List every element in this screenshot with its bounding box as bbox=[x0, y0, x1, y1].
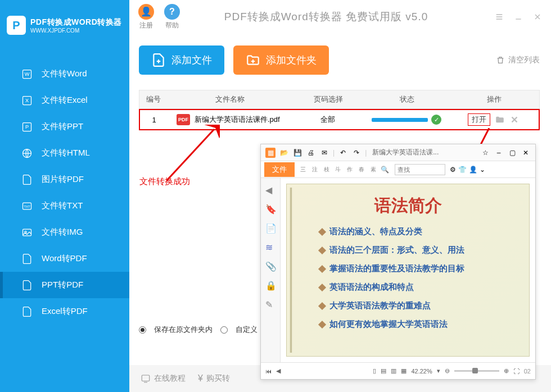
pv-nav-first-icon[interactable]: ⏮ bbox=[265, 368, 272, 375]
nav-item-excel2pdf[interactable]: Excel转PDF bbox=[0, 298, 129, 325]
buy-link[interactable]: ¥购买转 bbox=[198, 373, 230, 384]
add-folder-button[interactable]: 添加文件夹 bbox=[233, 45, 329, 75]
register-button[interactable]: 👤注册 bbox=[138, 4, 154, 30]
pv-file-tab[interactable]: 文件 bbox=[264, 162, 295, 177]
pv-skin-icon[interactable]: 👕 bbox=[458, 166, 467, 174]
pv-sidebar: ◀ 🔖 📄 ≋ 📎 🔒 ✎ bbox=[261, 178, 281, 362]
word-icon: W bbox=[21, 69, 33, 80]
nav: W文件转Word X文件转Excel P文件转PPT 文件转HTML 图片转PD… bbox=[0, 61, 129, 325]
row-pages[interactable]: 全部 bbox=[291, 115, 364, 125]
toolbar: 添加文件 添加文件夹 清空列表 bbox=[139, 45, 540, 75]
sidebar: P PDF转换成WORD转换器 WWW.XJPDF.COM W文件转Word X… bbox=[0, 0, 129, 392]
bullet-icon bbox=[318, 283, 326, 291]
pv-search-input[interactable] bbox=[395, 164, 445, 175]
pv-max-icon[interactable]: ▢ bbox=[507, 148, 517, 158]
folder-icon[interactable] bbox=[495, 115, 505, 125]
pv-mail-icon[interactable]: ✉ bbox=[319, 148, 329, 158]
pv-nav-prev-icon[interactable]: ◀ bbox=[276, 367, 281, 375]
nav-label: 文件转Word bbox=[42, 69, 87, 79]
nav-item-ppt2pdf[interactable]: PPT转PDF bbox=[0, 272, 129, 298]
col-num: 编号 bbox=[139, 94, 168, 104]
pv-page-num: 02 bbox=[524, 368, 531, 375]
pv-save-icon[interactable]: 💾 bbox=[292, 148, 302, 158]
annotation-text: 文件转换成功 bbox=[139, 176, 190, 187]
save-options: 保存在原文件夹内 自定义 bbox=[139, 325, 258, 335]
col-name: 文件名称 bbox=[168, 94, 292, 104]
radio-original-folder[interactable] bbox=[139, 326, 146, 334]
pv-attach-icon[interactable]: 📎 bbox=[265, 261, 276, 271]
pv-line: 语法的涵义、特点及分类 bbox=[329, 226, 422, 237]
pdf-icon bbox=[21, 280, 33, 291]
pv-close-icon[interactable]: ✕ bbox=[521, 148, 531, 158]
pv-zoom-in[interactable]: ⊕ bbox=[504, 367, 509, 375]
nav-item-excel[interactable]: X文件转Excel bbox=[0, 87, 129, 113]
settings-button[interactable] bbox=[495, 12, 504, 21]
progress-bar bbox=[372, 118, 428, 122]
nav-item-img[interactable]: 文件转IMG bbox=[0, 219, 129, 245]
pv-heading: 语法简介 bbox=[304, 194, 512, 217]
pv-line: 英语语法的构成和特点 bbox=[329, 282, 414, 293]
pv-expand-icon[interactable]: ⛶ bbox=[513, 368, 520, 375]
pv-view4-icon[interactable]: ▦ bbox=[401, 367, 407, 375]
preview-ribbon: 文件 三 注 枝 斗 作 春 素 🔍 ⚙ 👕 👤 ⌄ bbox=[261, 161, 535, 178]
col-pages: 页码选择 bbox=[292, 94, 365, 104]
minimize-button[interactable] bbox=[514, 12, 523, 21]
pv-undo-icon[interactable]: ↶ bbox=[338, 148, 348, 158]
opt1-label: 保存在原文件夹内 bbox=[154, 325, 213, 335]
pv-gear-icon[interactable]: ⚙ bbox=[450, 166, 456, 174]
pv-ribbon-text: 三 注 枝 斗 作 春 素 bbox=[300, 166, 378, 174]
pv-print-icon[interactable]: 🖨 bbox=[306, 148, 316, 158]
pv-layers-icon[interactable]: ≋ bbox=[265, 242, 276, 252]
nav-label: 文件转IMG bbox=[42, 227, 83, 238]
pdf-icon bbox=[21, 174, 33, 185]
ppt-icon: P bbox=[21, 121, 33, 133]
add-file-button[interactable]: 添加文件 bbox=[139, 45, 224, 75]
pv-zoom-dropdown[interactable]: ▾ bbox=[437, 367, 440, 375]
svg-text:TXT: TXT bbox=[24, 204, 30, 208]
pv-caret-left-icon[interactable]: ◀ bbox=[265, 185, 276, 195]
pv-caret-icon[interactable]: ⌄ bbox=[480, 166, 485, 174]
nav-item-html[interactable]: 文件转HTML bbox=[0, 140, 129, 166]
nav-label: Excel转PDF bbox=[42, 306, 88, 317]
register-label: 注册 bbox=[139, 21, 153, 30]
svg-text:P: P bbox=[25, 124, 29, 130]
close-button[interactable] bbox=[533, 12, 542, 21]
svg-text:X: X bbox=[25, 98, 29, 103]
row-filename: 新编大学英语语法课件.pdf bbox=[195, 115, 280, 125]
pv-bookmark-icon[interactable]: 🔖 bbox=[265, 204, 276, 214]
pv-zoom-out[interactable]: ⊖ bbox=[445, 367, 450, 375]
pv-user-icon[interactable]: 👤 bbox=[469, 166, 477, 174]
delete-icon[interactable] bbox=[509, 115, 520, 125]
nav-item-img2pdf[interactable]: 图片转PDF bbox=[0, 166, 129, 193]
nav-item-word2pdf[interactable]: Word转PDF bbox=[0, 245, 129, 272]
pv-min-icon[interactable]: – bbox=[494, 148, 504, 158]
pv-line: 大学英语语法教学的重难点 bbox=[329, 300, 431, 311]
image-icon bbox=[21, 227, 33, 238]
nav-item-txt[interactable]: TXT文件转TXT bbox=[0, 193, 129, 219]
add-folder-label: 添加文件夹 bbox=[266, 53, 317, 67]
pv-open-icon[interactable]: 📂 bbox=[279, 148, 289, 158]
app-title: PDF转换成Word转换器 免费试用版 v5.0 bbox=[168, 10, 485, 24]
nav-item-word[interactable]: W文件转Word bbox=[0, 61, 129, 87]
pv-zoom-icon[interactable]: 🔍 bbox=[381, 166, 389, 174]
pv-view3-icon[interactable]: ▥ bbox=[391, 367, 396, 375]
nav-item-ppt[interactable]: P文件转PPT bbox=[0, 113, 129, 140]
pv-zoom-slider[interactable] bbox=[454, 370, 499, 372]
svg-line-20 bbox=[166, 129, 214, 181]
pv-view2-icon[interactable]: ▤ bbox=[381, 367, 386, 375]
nav-label: PPT转PDF bbox=[42, 280, 83, 290]
logo-url: WWW.XJPDF.COM bbox=[30, 28, 122, 34]
tutorial-link[interactable]: 在线教程 bbox=[141, 373, 186, 384]
open-button[interactable]: 打开 bbox=[468, 113, 490, 126]
pv-pages-icon[interactable]: 📄 bbox=[265, 223, 276, 233]
pdf-badge-icon: PDF bbox=[177, 114, 190, 125]
clear-label: 清空列表 bbox=[508, 55, 540, 65]
radio-custom[interactable] bbox=[220, 326, 228, 334]
pv-sign-icon[interactable]: ✎ bbox=[265, 299, 276, 309]
pv-view1-icon[interactable]: ▯ bbox=[373, 367, 376, 375]
clear-list-button[interactable]: 清空列表 bbox=[496, 55, 540, 65]
pv-redo-icon[interactable]: ↷ bbox=[351, 148, 362, 158]
pv-star-icon[interactable]: ☆ bbox=[480, 148, 490, 158]
logo: P PDF转换成WORD转换器 WWW.XJPDF.COM bbox=[0, 0, 129, 51]
pv-lock-icon[interactable]: 🔒 bbox=[265, 280, 276, 290]
